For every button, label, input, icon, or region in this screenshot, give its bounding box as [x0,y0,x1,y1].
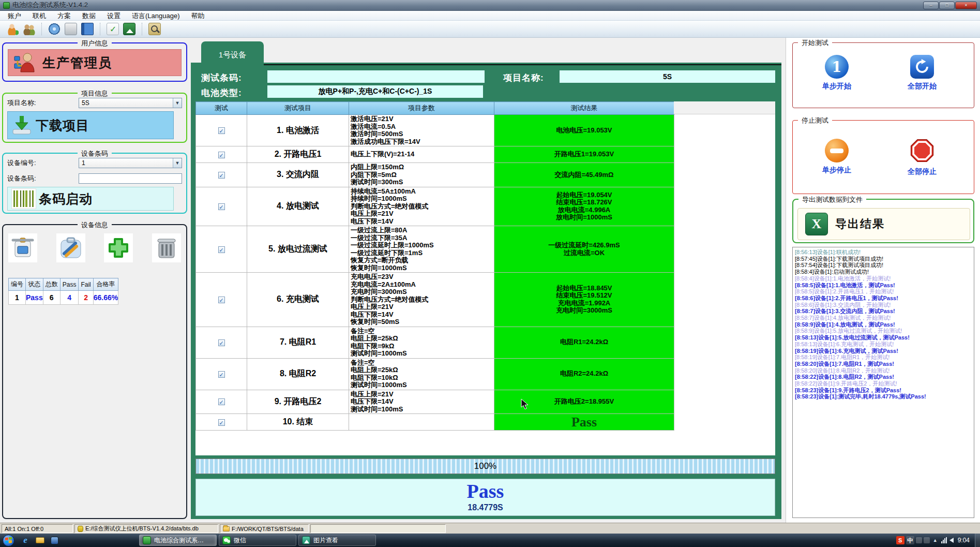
start-test-group: 开始测试 1 单步开始 全部开始 [792,42,974,108]
device-counters: All:1 On:1 Off:0 [2,524,73,533]
param-line: 激活时间=500mS [351,130,492,138]
menu-item[interactable]: 语言(Language) [126,11,186,20]
param-line: 测试时间=300mS [351,179,492,186]
row-checkbox[interactable]: ✓ [218,339,225,346]
explorer-folder-icon[interactable] [34,535,46,546]
device-barcode-label: 设备条码: [7,174,36,183]
test-item-name: 8. 电阻R2 [247,358,349,390]
right-panel: 开始测试 1 单步开始 全部开始 停止测试 单步停止 [786,38,980,523]
log-line: [8:58:4]设备[1]:1.电池激活，开始测试! [795,275,972,282]
user-group-icon[interactable] [23,23,35,35]
device-toolbar [8,233,181,262]
show-desktop-button[interactable] [975,534,980,547]
download-icon [11,114,33,136]
barcode-start-button[interactable]: 条码启动 [7,187,174,211]
taskbar-apps: 电池综合测试系…微信图片查看 [139,535,378,546]
delete-device-button[interactable] [152,233,181,262]
stop-single-button[interactable]: 单步停止 [806,138,868,175]
tray-tool-icon[interactable] [924,537,930,543]
param-line: 激活成功电压下限=14V [351,138,492,146]
start-all-label: 全部开始 [891,82,953,91]
row-checkbox[interactable]: ✓ [218,152,225,158]
param-line: 电压上限=21V [351,303,492,311]
result-line: 一级过流延时=426.9mS [494,242,674,249]
param-line: 一级过流上限=80A [351,227,492,234]
close-button[interactable]: × [955,2,977,9]
project-name-row: 项目名称: 5S ▼ [7,98,182,108]
table-row: ✓8. 电阻R2备注=空电阻上限=25kΩ电阻下限=10kΩ测试时间=1000m… [196,358,674,390]
result-line: 起始电压=18.845V [494,285,674,292]
param-line: 备注=空 [351,328,492,335]
toolbar-separator [41,23,42,35]
row-checkbox[interactable]: ✓ [218,398,225,405]
test-table-header-cell: 测试 [196,102,247,115]
menu-item[interactable]: 联机 [27,11,52,20]
param-line: 持续时间=1000mS [351,195,492,203]
address-book-icon[interactable] [81,23,94,35]
stop-all-button[interactable]: 全部停止 [891,138,953,176]
stop-single-label: 单步停止 [806,166,868,175]
device-no-select[interactable]: 1 ▼ [79,158,182,168]
menu-item[interactable]: 方案 [52,11,77,20]
device-settings-button[interactable] [56,233,85,262]
row-checkbox[interactable]: ✓ [218,419,225,426]
test-item-name: 3. 交流内阻 [247,163,349,187]
network-icon[interactable] [941,537,947,543]
sogou-icon[interactable]: S [896,536,904,544]
row-checkbox[interactable]: ✓ [218,371,225,378]
minimize-button[interactable]: – [923,2,939,9]
checkbox-cell: ✓ [196,327,247,358]
device-manager-button[interactable] [8,233,37,262]
taskbar-app[interactable]: 图片查看 [298,535,376,546]
app-launcher-icon[interactable] [49,535,60,546]
add-device-button[interactable] [104,233,133,262]
printer-icon[interactable] [65,23,77,35]
edit-report-icon[interactable] [107,23,119,35]
menu-item[interactable]: 数据 [77,11,101,20]
menu-item[interactable]: 帮助 [186,11,210,20]
row-checkbox[interactable]: ✓ [218,203,225,210]
param-line: 激活电流=0.5A [351,123,492,131]
maximize-button[interactable]: □ [939,2,955,9]
app-icon [3,2,10,9]
download-project-button[interactable]: 下载项目 [7,111,174,139]
log-area[interactable]: [8:56:13]设备[1]:联机成功![8:57:45]设备[1]:下载测试项… [792,247,974,518]
taskbar: e 电池综合测试系…微信图片查看 S 中 ▲ 9:04 [0,534,980,547]
row-checkbox[interactable]: ✓ [218,127,225,134]
start-button[interactable] [3,535,14,546]
start-single-button[interactable]: 1 单步开始 [806,54,868,91]
device-barcode-input[interactable] [79,173,182,184]
export-results-button[interactable]: X 导出结果 [797,208,970,240]
chevron-down-icon[interactable]: ▼ [173,98,182,108]
user-network-icon [13,51,36,74]
globe-icon[interactable] [48,23,61,35]
row-checkbox[interactable]: ✓ [218,172,225,179]
test-barcode-input[interactable] [267,70,485,83]
input-method-icon[interactable]: 中 [906,536,914,544]
window-title: 电池综合测试系统-V1.4.2 [12,1,88,10]
taskbar-app[interactable]: 微信 [219,535,296,546]
project-name-select[interactable]: 5S ▼ [79,98,182,108]
row-checkbox[interactable]: ✓ [218,246,225,253]
image-export-icon[interactable] [123,23,135,35]
table-row: ✓3. 交流内阻内阻上限=150mΩ内阻下限=5mΩ测试时间=300mS交流内阻… [196,163,674,187]
speaker-icon[interactable] [949,538,954,543]
log-line: [8:57:54]设备[1]:下载测试项目成功! [795,262,972,269]
start-all-button[interactable]: 全部开始 [891,54,953,91]
menu-item[interactable]: 设置 [101,11,126,20]
menu-item[interactable]: 账户 [2,11,27,20]
search-data-icon[interactable] [148,23,161,35]
tray-tool-icon[interactable] [916,537,922,543]
tray-expand-icon[interactable]: ▲ [933,538,938,543]
clock[interactable]: 9:04 [958,537,970,544]
chevron-down-icon[interactable]: ▼ [173,158,182,168]
device-barcode-group-label: 设备条码 [78,149,112,158]
row-checkbox[interactable]: ✓ [218,297,225,303]
browser-icon[interactable]: e [20,535,31,546]
add-user-icon[interactable] [6,23,19,35]
table-row: ✓10. 结束Pass [196,414,674,431]
param-line: 内阻上限=150mΩ [351,164,492,171]
tab-device-1[interactable]: 1号设备 [201,41,264,65]
result-line: 起始电压=19.054V [494,191,674,199]
taskbar-app[interactable]: 电池综合测试系… [139,535,217,546]
